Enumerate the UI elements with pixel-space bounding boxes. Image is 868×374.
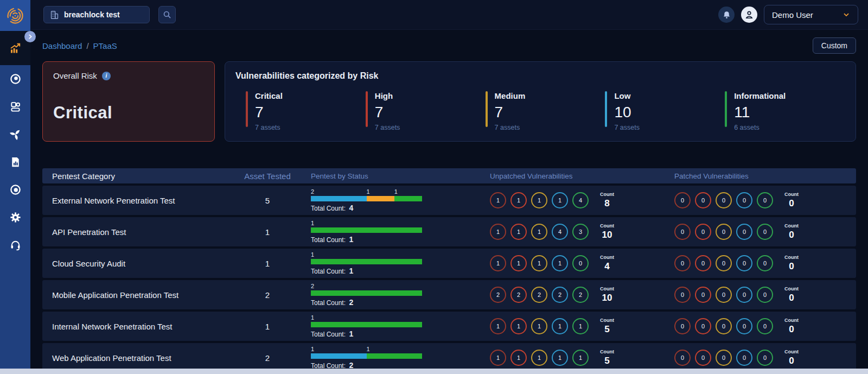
total-count-label: Total Count: <box>311 331 347 338</box>
table-row[interactable]: Web Application Penetration Test 2 11 To… <box>42 343 856 372</box>
severity-ring: 2 <box>572 287 589 303</box>
severity-ring: 1 <box>572 318 589 334</box>
pentest-status-cell: 2 Total Count: 2 <box>295 283 474 307</box>
total-count-value: 4 <box>349 204 353 212</box>
brand-logo[interactable] <box>0 0 30 31</box>
severity-ring: 2 <box>531 287 547 303</box>
count-block: Count0 <box>784 223 799 241</box>
table-row[interactable]: API Penetration Test 1 1 Total Count: 1 … <box>42 217 856 246</box>
target-icon <box>9 183 22 196</box>
pentest-table: Pentest Category Asset Tested Pentest by… <box>42 168 856 372</box>
severity-ring: 1 <box>552 192 568 208</box>
sidebar-item-support[interactable] <box>0 231 30 259</box>
severity-ring: 4 <box>552 224 568 240</box>
count-value: 8 <box>604 198 609 209</box>
count-label: Count <box>784 318 799 324</box>
total-count-value: 1 <box>349 267 353 275</box>
assets-icon <box>9 100 22 113</box>
patched-vulnerabilities-cell: 00000Count0 <box>663 223 856 241</box>
user-menu-dropdown[interactable]: Demo User <box>764 5 858 24</box>
unpatched-vulnerabilities-cell: 11111Count5 <box>474 318 663 335</box>
unpatched-vulnerabilities-cell: 11110Count4 <box>474 255 663 272</box>
risk-summary-items: Critical 7 7 assets High 7 7 assets Medi… <box>235 91 845 131</box>
risk-assets-count: 7 assets <box>614 124 640 131</box>
severity-ring: 1 <box>572 350 589 366</box>
severity-ring: 1 <box>510 255 527 271</box>
table-header: Pentest Category Asset Tested Pentest by… <box>42 168 856 183</box>
pentest-status-cell: 1 Total Count: 1 <box>295 314 474 338</box>
sidebar-item-findings[interactable] <box>0 176 30 204</box>
severity-ring: 1 <box>510 350 527 366</box>
sidebar-item-assets[interactable] <box>0 93 30 121</box>
count-block: Count0 <box>784 255 799 272</box>
severity-ring: 0 <box>716 287 732 303</box>
status-stacked-bar <box>311 259 422 264</box>
risk-color-bar <box>366 91 368 127</box>
table-row[interactable]: Cloud Security Audit 1 1 Total Count: 1 … <box>42 249 856 278</box>
custom-button[interactable]: Custom <box>813 37 856 54</box>
severity-ring: 2 <box>552 287 568 303</box>
breadcrumb-dashboard-link[interactable]: Dashboard <box>42 41 82 50</box>
severity-ring: 0 <box>695 224 711 240</box>
pentest-category-cell: Internal Network Penetration Test <box>42 322 240 331</box>
count-block: Count8 <box>600 192 614 210</box>
total-count-value: 2 <box>349 298 353 307</box>
count-block: Count0 <box>784 192 799 210</box>
horizontal-scrollbar[interactable] <box>0 369 868 374</box>
count-value: 0 <box>789 229 794 240</box>
status-segment-label: 1 <box>311 220 422 227</box>
sidebar-item-monitoring[interactable] <box>0 65 30 93</box>
severity-ring: 0 <box>757 224 773 240</box>
search-input[interactable] <box>64 10 140 19</box>
count-label: Count <box>784 255 799 261</box>
count-label: Count <box>600 286 614 292</box>
status-stacked-bar <box>311 353 422 359</box>
count-value: 10 <box>602 229 612 240</box>
patched-vulnerabilities-cell: 00000Count0 <box>663 349 856 367</box>
sidebar-item-reports[interactable] <box>0 148 30 176</box>
status-stacked-bar <box>311 322 422 327</box>
notifications-button[interactable] <box>718 7 735 23</box>
status-stacked-bar <box>311 290 422 296</box>
asset-tested-cell: 1 <box>240 322 295 331</box>
status-bar-labels: 1 <box>311 251 422 258</box>
risk-color-bar <box>246 91 248 127</box>
sidebar-expand-button[interactable] <box>24 31 36 42</box>
count-value: 0 <box>789 198 794 209</box>
severity-ring: 1 <box>510 318 527 334</box>
risk-summary-item: Critical 7 7 assets <box>246 91 366 131</box>
table-row[interactable]: External Network Penetration Test 5 211 … <box>42 186 856 215</box>
global-search-box[interactable] <box>43 6 150 23</box>
sidebar-item-scans[interactable] <box>0 121 30 148</box>
asset-tested-cell: 1 <box>240 259 295 268</box>
table-row[interactable]: Mobile Application Penetration Test 2 2 … <box>42 280 856 309</box>
total-count-label: Total Count: <box>311 299 347 307</box>
status-segment <box>311 227 422 233</box>
breadcrumb-separator: / <box>86 41 88 50</box>
summary-cards-row: Overall Risk i Critical Vulnerabilities … <box>42 61 856 142</box>
patched-vulnerabilities-cell: 00000Count0 <box>663 255 856 272</box>
severity-ring: 1 <box>490 192 506 208</box>
search-button[interactable] <box>158 6 176 23</box>
user-avatar[interactable] <box>741 7 757 23</box>
status-bar-labels: 1 <box>311 314 422 321</box>
info-icon[interactable]: i <box>102 72 111 80</box>
pentest-category-cell: API Penetration Test <box>42 227 240 237</box>
status-segment-label: 1 <box>367 188 394 195</box>
risk-summary-item: Medium 7 7 assets <box>486 91 605 131</box>
severity-ring: 0 <box>757 192 773 208</box>
column-pentest-by-status: Pentest by Status <box>295 172 474 180</box>
count-label: Count <box>784 223 799 229</box>
risk-color-bar <box>605 91 607 127</box>
table-row[interactable]: Internal Network Penetration Test 1 1 To… <box>42 312 856 341</box>
severity-ring: 0 <box>695 192 711 208</box>
breadcrumb-ptaas-link[interactable]: PTaaS <box>93 41 117 50</box>
sidebar-item-settings[interactable] <box>0 204 30 231</box>
organization-building-icon <box>49 10 60 20</box>
severity-ring: 0 <box>572 255 589 271</box>
asset-tested-cell: 2 <box>240 353 295 363</box>
count-label: Count <box>600 349 614 355</box>
status-bar-labels: 2 <box>311 283 422 290</box>
main-content: Dashboard / PTaaS Custom Overall Risk i … <box>30 30 868 374</box>
count-block: Count0 <box>784 349 799 367</box>
